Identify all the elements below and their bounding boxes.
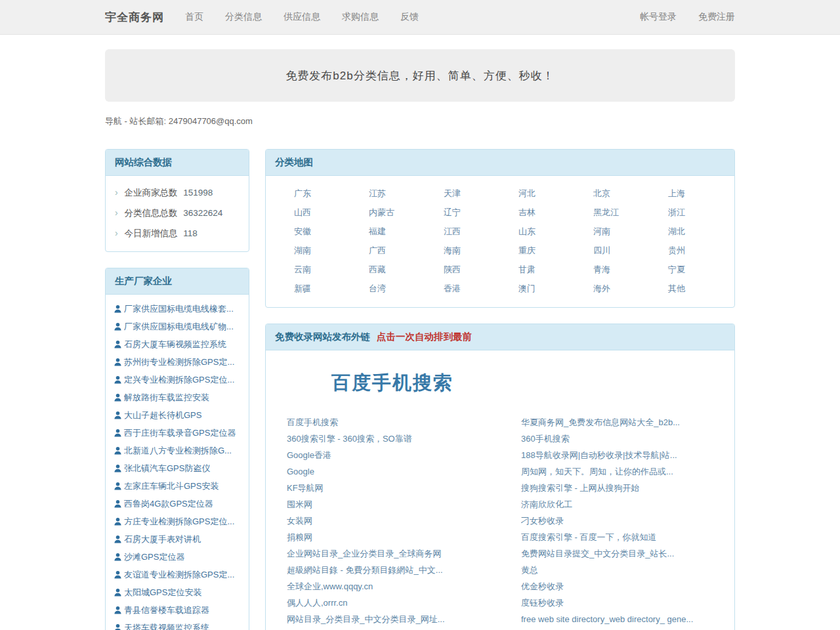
external-link[interactable]: 黄总 bbox=[521, 565, 538, 575]
external-link[interactable]: 360手机搜索 bbox=[521, 434, 570, 444]
manufacturer-link[interactable]: 青县信誉楼车载追踪器 bbox=[124, 601, 209, 619]
manufacturer-link[interactable]: 定兴专业检测拆除GPS定位... bbox=[124, 371, 234, 388]
stat-value: 36322624 bbox=[183, 208, 222, 218]
region-link[interactable]: 吉林 bbox=[500, 203, 575, 222]
region-link[interactable]: 上海 bbox=[650, 184, 724, 203]
region-link[interactable]: 江苏 bbox=[350, 184, 425, 203]
region-link[interactable]: 陕西 bbox=[425, 260, 500, 279]
region-link[interactable]: 天津 bbox=[425, 184, 500, 203]
manufacturer-link[interactable]: 张北镇汽车GPS防盗仪 bbox=[124, 459, 210, 477]
manufacturer-link[interactable]: 厂家供应国标电缆电线橡套... bbox=[124, 300, 234, 318]
nav-menu-item[interactable]: 分类信息 bbox=[225, 11, 262, 23]
region-link[interactable]: 云南 bbox=[276, 260, 350, 279]
region-link[interactable]: 澳门 bbox=[500, 279, 575, 298]
featured-site-link[interactable]: 百度手机搜索 bbox=[331, 370, 734, 396]
manufacturer-link[interactable]: 太阳城GPS定位安装 bbox=[124, 583, 201, 601]
manufacturer-link[interactable]: 天塔车载视频监控系统 bbox=[124, 619, 209, 630]
external-link[interactable]: 百度搜索引擎 - 百度一下，你就知道 bbox=[521, 532, 657, 542]
nav-menu-item[interactable]: 供应信息 bbox=[284, 11, 320, 23]
region-link[interactable]: 湖南 bbox=[276, 241, 350, 260]
region-link[interactable]: 甘肃 bbox=[500, 260, 575, 279]
external-link[interactable]: 网站目录_分类目录_中文分类目录_网址... bbox=[287, 614, 445, 624]
region-link[interactable]: 河北 bbox=[500, 184, 575, 203]
region-link[interactable]: 青海 bbox=[575, 260, 650, 279]
external-link-item: 囤米网 bbox=[287, 496, 500, 513]
region-link[interactable]: 江西 bbox=[425, 222, 500, 241]
external-link[interactable]: 优金秒收录 bbox=[521, 581, 564, 591]
region-link[interactable]: 安徽 bbox=[276, 222, 350, 241]
external-links-left-column: 百度手机搜索 360搜索引擎 - 360搜索，SO靠谱 Google香港 bbox=[266, 414, 500, 630]
external-link[interactable]: 捐粮网 bbox=[287, 532, 312, 542]
nav-menu-item[interactable]: 首页 bbox=[185, 11, 203, 23]
manufacturer-link[interactable]: 苏州街专业检测拆除GPS定... bbox=[124, 353, 234, 371]
external-link[interactable]: 周知网，知天下。周知，让你的作品或... bbox=[521, 467, 673, 476]
external-link[interactable]: Google香港 bbox=[287, 450, 331, 460]
region-link[interactable]: 山西 bbox=[276, 203, 350, 222]
region-link[interactable]: 广东 bbox=[276, 184, 350, 203]
external-link[interactable]: Google bbox=[287, 467, 314, 476]
region-link[interactable]: 辽宁 bbox=[425, 203, 500, 222]
external-link[interactable]: KF导航网 bbox=[287, 483, 324, 493]
region-link[interactable]: 山东 bbox=[500, 222, 575, 241]
external-link-item: 全球企业,www.qqqy.cn bbox=[287, 578, 500, 595]
manufacturer-link[interactable]: 石房大厦车辆视频监控系统 bbox=[124, 335, 226, 353]
nav-menu-item[interactable]: 反馈 bbox=[400, 11, 419, 23]
external-link[interactable]: 偶人人人,orrr.cn bbox=[287, 598, 347, 608]
region-link[interactable]: 湖北 bbox=[650, 222, 724, 241]
external-link[interactable]: 华夏商务网_免费发布信息网站大全_b2b... bbox=[521, 417, 680, 427]
region-link[interactable]: 重庆 bbox=[500, 241, 575, 260]
external-link[interactable]: 女装网 bbox=[287, 516, 312, 526]
region-link[interactable]: 海外 bbox=[575, 279, 650, 298]
region-link[interactable]: 新疆 bbox=[276, 279, 350, 298]
region-link[interactable]: 广西 bbox=[350, 241, 425, 260]
external-link[interactable]: 囤米网 bbox=[287, 499, 312, 509]
external-link[interactable]: 刁女秒收录 bbox=[521, 516, 564, 526]
external-link-item: 优金秒收录 bbox=[521, 578, 734, 595]
external-link[interactable]: 360搜索引擎 - 360搜索，SO靠谱 bbox=[287, 434, 412, 444]
region-link[interactable]: 四川 bbox=[575, 241, 650, 260]
auth-link[interactable]: 帐号登录 bbox=[640, 11, 677, 23]
region-link[interactable]: 内蒙古 bbox=[350, 203, 425, 222]
manufacturer-link[interactable]: 西于庄街车载录音GPS定位器 bbox=[124, 424, 236, 442]
external-link[interactable]: 全球企业,www.qqqy.cn bbox=[287, 581, 373, 591]
manufacturer-link[interactable]: 方庄专业检测拆除GPS定位... bbox=[124, 513, 234, 530]
region-link[interactable]: 海南 bbox=[425, 241, 500, 260]
auth-link[interactable]: 免费注册 bbox=[698, 11, 735, 23]
region-link[interactable]: 香港 bbox=[425, 279, 500, 298]
nav-menu-item[interactable]: 求购信息 bbox=[342, 11, 379, 23]
external-link[interactable]: 度钰秒收录 bbox=[521, 598, 564, 608]
stat-item: › 今日新增信息 118 bbox=[114, 223, 241, 243]
manufacturer-link[interactable]: 沙滩GPS定位器 bbox=[124, 548, 184, 566]
manufacturer-list-item: 北新道八方专业检测拆除G... bbox=[114, 442, 242, 459]
external-link[interactable]: 百度手机搜索 bbox=[287, 417, 338, 427]
region-link[interactable]: 河南 bbox=[575, 222, 650, 241]
external-link[interactable]: 企业网站目录_企业分类目录_全球商务网 bbox=[287, 549, 441, 558]
manufacturer-list-item: 友谊道专业检测拆除GPS定... bbox=[114, 566, 242, 583]
region-link[interactable]: 西藏 bbox=[350, 260, 425, 279]
region-link[interactable]: 福建 bbox=[350, 222, 425, 241]
region-link[interactable]: 其他 bbox=[650, 279, 724, 298]
region-link[interactable]: 贵州 bbox=[650, 241, 724, 260]
region-link[interactable]: 台湾 bbox=[350, 279, 425, 298]
manufacturer-link[interactable]: 大山子超长待机GPS bbox=[124, 406, 201, 424]
external-link[interactable]: free web site directory_web directory_ g… bbox=[521, 614, 693, 624]
region-link[interactable]: 宁夏 bbox=[650, 260, 724, 279]
external-link[interactable]: 188导航收录网|自动秒收录|技术导航|站... bbox=[521, 450, 677, 460]
external-link[interactable]: 济南欣欣化工 bbox=[521, 499, 572, 509]
external-links-panel: 免费收录网站发布外链 点击一次自动排到最前 百度手机搜索 百度手机搜索 bbox=[265, 324, 735, 630]
main-nav-menu: 首页 分类信息 供应信息 求购信息 反馈 bbox=[185, 11, 440, 23]
manufacturer-link[interactable]: 北新道八方专业检测拆除G... bbox=[124, 442, 232, 459]
manufacturer-link[interactable]: 西鲁岗4G款GPS定位器 bbox=[124, 495, 213, 513]
external-link[interactable]: 免费网站目录提交_中文分类目录_站长... bbox=[521, 549, 674, 558]
region-link[interactable]: 黑龙江 bbox=[575, 203, 650, 222]
external-link[interactable]: 搜狗搜索引擎 - 上网从搜狗开始 bbox=[521, 483, 640, 493]
external-link[interactable]: 超級網站目錄 - 免費分類目錄網站_中文... bbox=[287, 565, 443, 575]
manufacturer-list-item: 左家庄车辆北斗GPS安装 bbox=[114, 477, 242, 495]
manufacturer-link[interactable]: 左家庄车辆北斗GPS安装 bbox=[124, 477, 219, 495]
manufacturer-link[interactable]: 厂家供应国标电缆电线矿物... bbox=[124, 318, 234, 335]
manufacturer-link[interactable]: 解放路街车载监控安装 bbox=[124, 388, 209, 406]
manufacturer-link[interactable]: 石房大厦手表对讲机 bbox=[124, 530, 201, 548]
region-link[interactable]: 浙江 bbox=[650, 203, 724, 222]
region-link[interactable]: 北京 bbox=[575, 184, 650, 203]
manufacturer-link[interactable]: 友谊道专业检测拆除GPS定... bbox=[124, 566, 234, 583]
